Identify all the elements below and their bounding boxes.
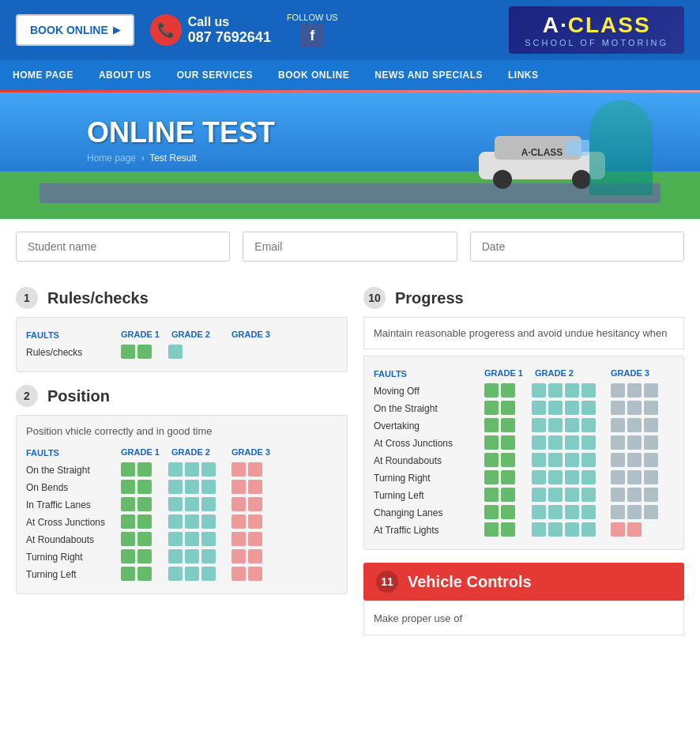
- student-name-input[interactable]: [16, 232, 230, 262]
- top-header: BOOK ONLINE 📞 Call us 087 7692641 FOLLOW…: [0, 0, 700, 60]
- nav-bar: HOME PAGE ABOUT US OUR SERVICES BOOK ONL…: [0, 60, 700, 90]
- b: [168, 462, 183, 477]
- b: [501, 435, 515, 450]
- section10-number: 10: [363, 287, 386, 309]
- b: [201, 514, 216, 529]
- b: [168, 549, 183, 563]
- b: [248, 549, 262, 563]
- b: [185, 514, 199, 529]
- phone-number: 087 7692641: [188, 29, 271, 46]
- s10-fault-turning-left: Turning Left: [374, 490, 424, 501]
- b: [548, 418, 563, 432]
- b: [627, 435, 642, 450]
- section11-desc: Make proper use of: [374, 612, 462, 624]
- b: [248, 462, 262, 477]
- section11-number: 11: [376, 571, 398, 593]
- b: [565, 383, 579, 398]
- b: [532, 505, 546, 519]
- b: [137, 462, 152, 477]
- b: [185, 532, 199, 546]
- s2-g3-label: GRADE 3: [231, 447, 270, 457]
- s2-fault-turning-left: Turning Left: [26, 569, 77, 580]
- logo-sub: SCHOOL OF MOTORING: [525, 38, 668, 47]
- b: [201, 462, 216, 477]
- b: [644, 383, 658, 398]
- section2-header: 2 Position: [16, 385, 348, 407]
- s2-row-crossjunctions: At Cross Junctions: [26, 514, 337, 529]
- s10-fault-overtaking: Overtaking: [374, 420, 420, 431]
- b: [121, 549, 135, 563]
- b: [137, 567, 152, 581]
- nav-about[interactable]: ABOUT US: [86, 60, 164, 90]
- b: [484, 505, 499, 519]
- b: [581, 488, 596, 502]
- svg-rect-5: [566, 140, 589, 156]
- s10-fault-movingoff: Moving Off: [374, 386, 420, 397]
- section2-body: Position vhicle correctly and in good ti…: [16, 415, 348, 594]
- b: [565, 401, 579, 415]
- phone-section: 📞 Call us 087 7692641: [150, 14, 271, 46]
- nav-services[interactable]: OUR SERVICES: [164, 60, 265, 90]
- b: [168, 567, 183, 581]
- b: [581, 401, 596, 415]
- s1-fault-name: Rules/checks: [26, 347, 82, 358]
- section1-fault-header: FAULTS GRADE 1 GRADE 2 GRADE 3: [26, 327, 337, 341]
- nav-links[interactable]: LINKS: [495, 60, 551, 90]
- b: [581, 418, 596, 432]
- b: [644, 435, 658, 450]
- b: [168, 532, 183, 546]
- b: [121, 567, 135, 581]
- b: [137, 514, 152, 529]
- section1-title: Rules/checks: [47, 289, 149, 307]
- s10-row-trafficlights: At Traffic Lights: [374, 522, 674, 537]
- book-online-button[interactable]: BOOK ONLINE: [16, 14, 134, 46]
- left-column: 1 Rules/checks FAULTS GRADE 1 GRADE 2 GR…: [16, 274, 363, 635]
- b: [201, 567, 216, 581]
- s10-fault-changinglanes: Changing Lanes: [374, 507, 442, 518]
- b: [201, 497, 216, 511]
- b: [581, 505, 596, 519]
- b: [121, 462, 135, 477]
- section1-row-rules: Rules/checks: [26, 345, 337, 359]
- section2-fault-header: FAULTS GRADE 1 GRADE 2 GRADE 3: [26, 445, 337, 459]
- b: [611, 488, 625, 502]
- breadcrumb-home[interactable]: Home page: [87, 153, 136, 164]
- b: [548, 505, 563, 519]
- b: [627, 505, 642, 519]
- s10-row-overtaking: Overtaking: [374, 418, 674, 432]
- b: [565, 418, 579, 432]
- s2-fault-bends: On Bends: [26, 482, 68, 493]
- nav-book[interactable]: BOOK ONLINE: [265, 60, 362, 90]
- b: [611, 470, 625, 484]
- b: [627, 522, 642, 537]
- b: [185, 567, 199, 581]
- b: [121, 497, 135, 511]
- s2-fault-trafficlanes: In Traffic Lanes: [26, 499, 91, 511]
- section1-g3-label: GRADE 3: [231, 330, 270, 339]
- section10-title: Progress: [395, 289, 464, 307]
- b: [231, 549, 246, 563]
- nav-news[interactable]: NEWS AND SPECIALS: [362, 60, 495, 90]
- nav-home[interactable]: HOME PAGE: [0, 60, 86, 90]
- s10-row-movingoff: Moving Off: [374, 383, 674, 398]
- b: [548, 383, 563, 398]
- b: [121, 532, 135, 546]
- facebook-icon[interactable]: f: [300, 24, 324, 47]
- s10-row-turning-left: Turning Left: [374, 488, 674, 502]
- main-content: 1 Rules/checks FAULTS GRADE 1 GRADE 2 GR…: [0, 274, 700, 635]
- s10-g2-label: GRADE 2: [535, 368, 574, 378]
- b: [248, 532, 262, 546]
- b: [532, 435, 546, 450]
- b: [484, 418, 499, 432]
- b: [581, 522, 596, 537]
- follow-us-label: FOLLOW US: [287, 13, 338, 22]
- s2-fault-straight: On the Straight: [26, 465, 90, 476]
- b: [548, 435, 563, 450]
- b: [581, 470, 596, 484]
- b: [501, 453, 515, 467]
- date-input[interactable]: [470, 232, 684, 262]
- hero-banner: ONLINE TEST Home page › Test Result A·CL…: [0, 92, 700, 219]
- b: [627, 383, 642, 398]
- b: [627, 418, 642, 432]
- email-input[interactable]: [243, 232, 457, 262]
